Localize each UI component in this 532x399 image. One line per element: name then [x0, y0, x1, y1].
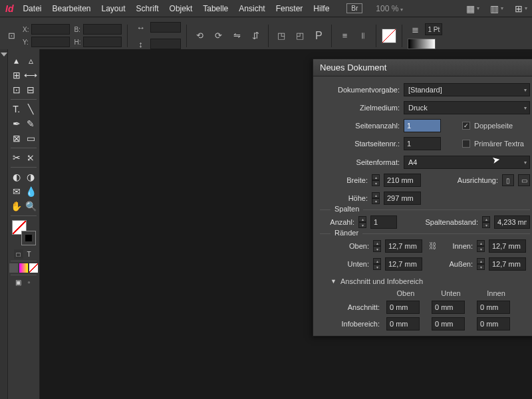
rectangle-frame-tool[interactable]: ⊠ [9, 131, 24, 146]
startpage-input[interactable] [404, 137, 441, 150]
scale-x-input[interactable] [150, 22, 181, 33]
margin-bottom-input[interactable] [385, 257, 422, 271]
intent-select[interactable]: Druck [404, 101, 530, 114]
screen-mode-icon[interactable]: ▦▾ [467, 3, 479, 14]
menu-ansicht[interactable]: Ansicht [239, 4, 265, 13]
gap-tool[interactable]: ⟷ [24, 68, 39, 82]
reference-point-icon[interactable]: ⊡ [4, 29, 19, 43]
scale-y-input[interactable] [150, 39, 181, 49]
menu-schrift[interactable]: Schrift [136, 4, 159, 13]
flip-h-icon[interactable]: ⇋ [229, 29, 244, 43]
view-mode-preview-icon[interactable]: ▫ [25, 277, 34, 287]
h-input[interactable] [83, 37, 122, 47]
gradient-feather-tool[interactable]: ◑ [24, 170, 39, 184]
pagesize-select[interactable]: A4 [404, 156, 530, 169]
bleed-inside-input[interactable] [477, 301, 510, 314]
menu-layout[interactable]: Layout [102, 4, 126, 13]
scissors-tool[interactable]: ✂ [9, 150, 24, 165]
bleed-bottom-input[interactable] [432, 301, 465, 314]
menu-bearbeiten[interactable]: Bearbeiten [52, 4, 90, 13]
formatting-container-icon[interactable]: □ [14, 249, 23, 259]
distribute-icon[interactable]: ⫴ [356, 29, 370, 43]
x-input[interactable] [31, 24, 70, 35]
arrange-icon[interactable]: ▥▾ [491, 3, 503, 14]
apply-none-icon[interactable] [29, 263, 38, 273]
margin-link-icon[interactable]: ⛓ [426, 241, 440, 251]
eyedropper-tool[interactable]: 💧 [24, 184, 39, 199]
menu-objekt[interactable]: Objekt [170, 4, 193, 13]
col-count-input[interactable] [370, 215, 397, 229]
menu-fenster[interactable]: Fenster [276, 4, 303, 13]
preset-select[interactable]: [Standard] [404, 83, 530, 96]
transform-tool[interactable]: ⤪ [24, 150, 39, 165]
margin-inside-spinner[interactable]: ▴▾ [477, 240, 485, 252]
col-count-label: Anzahl: [320, 218, 354, 226]
page-tool[interactable]: ⊞ [9, 68, 24, 82]
pen-tool[interactable]: ✒ [9, 116, 24, 131]
apply-gradient-icon[interactable] [19, 263, 28, 273]
margin-inside-input[interactable] [489, 239, 526, 253]
fill-swatch-icon[interactable] [382, 29, 396, 43]
note-tool[interactable]: ✉ [9, 184, 24, 199]
height-input[interactable] [384, 192, 421, 205]
margin-bottom-spinner[interactable]: ▴▾ [373, 258, 381, 270]
orient-landscape-button[interactable]: ▭ [518, 174, 530, 186]
orient-portrait-button[interactable]: ▯ [502, 174, 514, 186]
apply-color-icon[interactable] [9, 263, 18, 273]
w-input[interactable] [83, 24, 122, 35]
align-icon[interactable]: ≡ [337, 29, 352, 43]
selection-tool[interactable]: ▴ [9, 53, 24, 68]
margin-outside-input[interactable] [489, 257, 526, 271]
rotate-ccw-icon[interactable]: ⟲ [192, 29, 207, 43]
stroke-style-swatch[interactable] [408, 39, 436, 49]
scale-x-icon[interactable]: ↔ [133, 20, 148, 35]
y-input[interactable] [31, 37, 70, 47]
fill-stroke-proxy[interactable] [11, 220, 37, 245]
toolbox: ▴▵ ⊞⟷ ⊡⊟ T.╲ ✒✎ ⊠▭ ✂⤪ ◐◑ ✉💧 ✋🔍 □T ▣▫ [8, 49, 40, 399]
gradient-swatch-tool[interactable]: ◐ [9, 170, 24, 184]
select-container-icon[interactable]: ◳ [274, 29, 289, 43]
zoom-tool[interactable]: 🔍 [24, 199, 39, 213]
stroke-weight-input[interactable]: 1 Pt [425, 23, 442, 35]
content-collector-tool[interactable]: ⊡ [9, 82, 24, 97]
rotate-cw-icon[interactable]: ⟳ [211, 29, 225, 43]
view-mode-normal-icon[interactable]: ▣ [14, 277, 23, 287]
direct-selection-tool[interactable]: ▵ [24, 53, 39, 68]
margin-top-spinner[interactable]: ▴▾ [373, 240, 381, 252]
col-count-spinner[interactable]: ▴▾ [358, 216, 366, 228]
menu-hilfe[interactable]: Hilfe [313, 4, 329, 13]
slug-inside-input[interactable] [477, 317, 510, 331]
margin-outside-spinner[interactable]: ▴▾ [477, 258, 485, 270]
margin-top-input[interactable] [385, 239, 422, 253]
select-content-icon[interactable]: ◰ [293, 29, 307, 43]
type-tool[interactable]: T. [9, 102, 24, 116]
content-placer-tool[interactable]: ⊟ [24, 82, 39, 97]
bridge-badge[interactable]: Br [346, 3, 362, 13]
slug-top-input[interactable] [386, 317, 420, 331]
panel-strip[interactable] [0, 49, 8, 399]
columns-legend: Spalten [331, 205, 363, 213]
app-logo: Id [5, 3, 13, 14]
menu-datei[interactable]: Datei [23, 4, 41, 13]
pencil-tool[interactable]: ✎ [24, 116, 39, 131]
workspace-icon[interactable]: ⊞▾ [515, 3, 527, 14]
width-input[interactable] [384, 174, 421, 187]
hand-tool[interactable]: ✋ [9, 199, 24, 213]
primaryframe-checkbox[interactable] [462, 140, 470, 148]
bleed-disclosure[interactable]: ▼ Anschnitt und Infobereich [331, 277, 530, 285]
gutter-spinner[interactable]: ▴▾ [482, 216, 490, 228]
flip-v-icon[interactable]: ⇵ [248, 29, 263, 43]
line-tool[interactable]: ╲ [24, 102, 39, 116]
menu-tabelle[interactable]: Tabelle [203, 4, 228, 13]
slug-bottom-input[interactable] [432, 317, 465, 331]
height-spinner[interactable]: ▴▾ [372, 192, 380, 204]
facing-checkbox[interactable]: ✓ [462, 122, 470, 130]
formatting-text-icon[interactable]: T [25, 249, 34, 259]
pages-input[interactable] [404, 119, 441, 132]
bleed-top-input[interactable] [386, 301, 420, 314]
width-spinner[interactable]: ▴▾ [372, 174, 380, 186]
gutter-input[interactable] [494, 215, 530, 229]
zoom-level[interactable]: 100 %▾ [376, 4, 403, 13]
paragraph-icon[interactable]: P [311, 29, 326, 43]
rectangle-tool[interactable]: ▭ [24, 131, 39, 146]
